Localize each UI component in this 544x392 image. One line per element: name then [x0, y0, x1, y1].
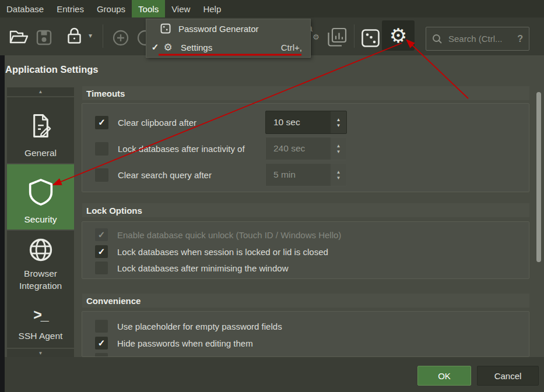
check-icon: ✓ — [149, 42, 162, 52]
spin-value: 5 min — [273, 169, 296, 180]
menu-entries[interactable]: Entries — [50, 0, 90, 17]
row-label: Clear search query after — [118, 170, 212, 180]
spin-value: 10 sec — [273, 117, 300, 128]
spinbox-clear-clipboard[interactable]: 10 sec ▲ ▼ — [265, 111, 347, 134]
page-title: Application Settings — [5, 64, 99, 75]
section-title-timeouts: Timeouts — [86, 89, 125, 98]
chevron-down-icon: ▾ — [89, 31, 92, 40]
check-icon: ✓ — [98, 117, 106, 128]
settings-button-active[interactable]: ⚙ — [382, 20, 415, 51]
ok-button[interactable]: OK — [417, 366, 471, 386]
menu-item-settings[interactable]: ✓ ⚙ Settings Ctrl+, — [146, 38, 310, 56]
row-label: Lock databases after inactivity of — [118, 144, 245, 154]
settings-row: ✓ Hide passwords when editing them — [95, 336, 520, 351]
convenience-groupbox: Use placeholder for empty password field… — [82, 311, 529, 357]
sidebar-item-label: Security — [24, 214, 57, 226]
checkbox-hide-passwords[interactable]: ✓ — [95, 337, 108, 349]
spinbox-clear-search: 5 min ▲ ▼ — [265, 163, 347, 186]
dialog-button-bar: OK Cancel — [0, 357, 544, 392]
plus-circle-icon — [112, 29, 129, 47]
row-label: Clear clipboard after — [118, 118, 196, 128]
open-database-button[interactable] — [9, 29, 29, 45]
search-icon — [432, 34, 443, 44]
sidebar-scroll-up[interactable]: ▲ — [7, 87, 74, 96]
spin-down-icon: ▼ — [336, 150, 341, 154]
toolbar-separator — [354, 24, 355, 48]
spin-down-icon[interactable]: ▼ — [336, 123, 341, 128]
lock-icon — [66, 27, 82, 45]
reports-button[interactable] — [327, 27, 348, 48]
checkbox-partial[interactable] — [95, 353, 108, 357]
section-title-convenience: Convenience — [86, 296, 141, 306]
save-database-button[interactable] — [36, 30, 52, 45]
password-generator-button[interactable] — [361, 29, 380, 48]
row-label: Lock databases when session is locked or… — [117, 247, 328, 257]
window-edge — [0, 17, 5, 392]
spinbox-lock-inactivity: 240 sec ▲ ▼ — [265, 137, 347, 160]
tools-menu-dropdown: Password Generator ✓ ⚙ Settings Ctrl+, — [146, 19, 311, 58]
spin-down-icon: ▼ — [336, 176, 341, 180]
passkey-gear-icon: ⚙ — [313, 33, 320, 41]
sidebar-item-label: General — [24, 147, 57, 160]
cancel-button[interactable]: Cancel — [477, 366, 539, 386]
checkbox-clear-clipboard[interactable]: ✓ — [95, 116, 108, 129]
menu-item-label: Password Generator — [178, 24, 259, 34]
sidebar-item-label: Browser Integration — [10, 268, 71, 292]
check-icon: ✓ — [98, 229, 106, 240]
dice-icon — [159, 23, 172, 34]
spin-up-icon: ▲ — [336, 170, 341, 174]
sidebar-item-browser-integration[interactable]: Browser Integration — [7, 231, 74, 292]
settings-row: Use placeholder for empty password field… — [95, 319, 520, 334]
row-label: Hide passwords when editing them — [117, 338, 253, 348]
check-icon: ✓ — [98, 338, 106, 348]
sidebar-item-security[interactable]: Security — [7, 164, 74, 229]
globe-icon — [29, 238, 53, 262]
settings-row — [95, 353, 520, 357]
row-label: Enable database quick unlock (Touch ID /… — [117, 230, 341, 240]
sidebar-item-label: SSH Agent — [19, 330, 63, 342]
sidebar-scroll-down[interactable]: ▼ — [7, 349, 74, 358]
section-header-band — [82, 86, 529, 100]
checkbox-lock-minimise[interactable] — [95, 262, 108, 274]
section-title-lock-options: Lock Options — [86, 206, 142, 216]
section-header-band — [82, 203, 529, 217]
sidebar-item-ssh-agent[interactable]: >_ SSH Agent — [7, 292, 74, 342]
scroll-down-icon: ▼ — [38, 351, 43, 356]
sidebar-group: Browser Integration >_ SSH Agent — [7, 231, 74, 348]
settings-row: ✓ Lock databases when session is locked … — [95, 244, 520, 259]
settings-row: ✓ Enable database quick unlock (Touch ID… — [95, 227, 520, 242]
dice-icon — [361, 29, 380, 48]
sidebar-item-general[interactable]: General — [7, 97, 74, 163]
menu-tools[interactable]: Tools — [132, 0, 165, 17]
shield-icon — [28, 178, 54, 206]
folder-open-icon — [9, 29, 29, 45]
spin-arrows[interactable]: ▲ ▼ — [331, 111, 346, 133]
save-icon — [36, 30, 52, 45]
search-help-icon[interactable]: ? — [517, 34, 523, 44]
document-edit-icon — [29, 114, 52, 138]
lock-dropdown-button[interactable]: ▾ — [89, 31, 92, 40]
checkbox-placeholder-password[interactable] — [95, 320, 108, 333]
settings-row: Lock databases after inactivity of 240 s… — [95, 136, 520, 161]
checkbox-lock-inactivity[interactable] — [95, 142, 108, 156]
scroll-up-icon: ▲ — [38, 89, 43, 94]
menu-bar: Database Entries Groups Tools View Help — [0, 0, 544, 17]
spin-up-icon[interactable]: ▲ — [336, 118, 341, 122]
row-label: Use placeholder for empty password field… — [117, 322, 282, 331]
search-input[interactable]: Search (Ctrl... ? — [426, 27, 529, 51]
settings-row: ✓ Clear clipboard after 10 sec ▲ ▼ — [95, 110, 520, 135]
menu-database[interactable]: Database — [0, 0, 50, 17]
gear-icon: ⚙ — [389, 26, 407, 45]
checkbox-lock-session[interactable]: ✓ — [95, 245, 108, 258]
toolbar-separator — [103, 24, 103, 48]
checkbox-clear-search[interactable] — [95, 168, 108, 182]
vertical-scrollbar[interactable] — [536, 92, 541, 262]
section-header-band — [82, 294, 529, 308]
menu-item-password-generator[interactable]: Password Generator — [146, 19, 310, 38]
menu-help[interactable]: Help — [196, 0, 227, 17]
add-entry-button[interactable] — [112, 29, 129, 47]
menu-groups[interactable]: Groups — [90, 0, 132, 17]
menu-view[interactable]: View — [165, 0, 196, 17]
spin-arrows: ▲ ▼ — [331, 137, 346, 160]
lock-databases-button[interactable] — [66, 27, 82, 45]
